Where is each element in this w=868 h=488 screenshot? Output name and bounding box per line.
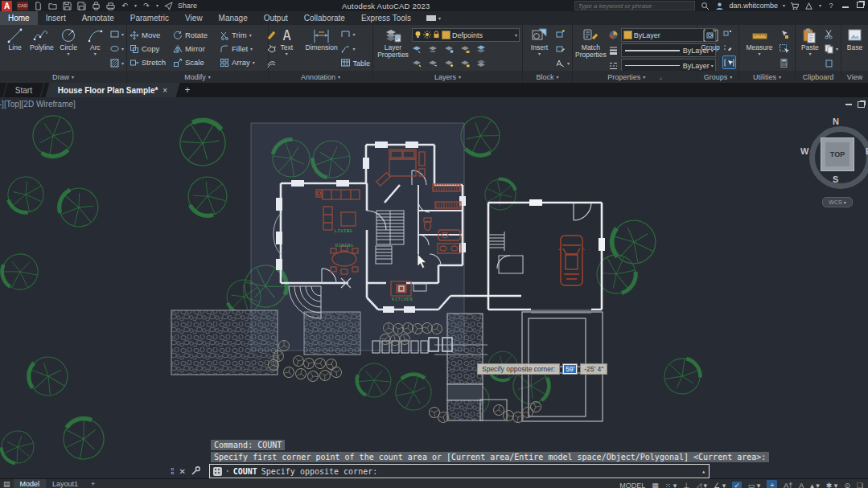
caret-down-icon[interactable]: ▾ xyxy=(249,33,252,38)
ribbon-tab-insert[interactable]: Insert xyxy=(38,11,74,25)
block-attributes-icon[interactable]: ▾ xyxy=(555,57,570,69)
ellipse-tool-icon[interactable]: ▾ xyxy=(109,43,124,55)
layout1-tab[interactable]: Layout1 xyxy=(46,479,84,488)
layer-dropdown-value[interactable]: Defpoints xyxy=(452,31,513,39)
caret-down-icon[interactable]: ▾ xyxy=(538,51,541,56)
dynamic-input-toggle-icon[interactable]: ＋ xyxy=(767,480,777,488)
undo-icon[interactable]: ↶ xyxy=(120,2,130,10)
save-icon[interactable] xyxy=(62,2,72,10)
new-file-icon[interactable] xyxy=(33,2,43,10)
cut-icon[interactable] xyxy=(824,28,838,40)
window-restore-button[interactable] xyxy=(855,2,865,10)
caret-down-icon[interactable]: ▾ xyxy=(250,47,253,51)
wcs-button[interactable]: WCS▾ xyxy=(822,197,853,207)
caret-down-icon[interactable]: ▾ xyxy=(758,51,760,56)
copy-button[interactable]: Copy xyxy=(130,42,173,55)
layer-make-current-icon[interactable] xyxy=(412,57,422,69)
dynamic-input-y-field[interactable]: -25' 4" xyxy=(580,363,607,375)
utilities-panel-label[interactable]: Utilities▾ xyxy=(739,71,796,83)
group-button[interactable]: Group xyxy=(700,27,721,71)
command-close-icon[interactable]: ✕ xyxy=(179,467,186,476)
search-input[interactable] xyxy=(574,1,695,10)
block-panel-label[interactable]: Block▾ xyxy=(523,71,573,83)
file-tab-document[interactable]: House Floor Plan Sample*× xyxy=(46,83,180,97)
caret-down-icon[interactable]: ▾ xyxy=(226,469,229,474)
array-button[interactable]: Array▾ xyxy=(220,55,265,69)
measure-button[interactable]: Measure▾ xyxy=(742,27,777,71)
layout-menu-icon[interactable]: ▤ xyxy=(0,479,14,488)
paste-options-icon[interactable] xyxy=(824,57,838,69)
dimension-button[interactable]: Dimension xyxy=(304,27,339,71)
quick-select-icon[interactable] xyxy=(779,28,789,40)
share-label[interactable]: Share xyxy=(178,2,197,10)
ribbon-tab-view[interactable]: View xyxy=(177,11,211,25)
group-edit-icon[interactable] xyxy=(722,42,736,54)
drawing-area[interactable]: [-][Top][2D Wireframe] xyxy=(0,97,868,478)
lineweight-toggle-icon[interactable]: ▭ ▾ xyxy=(748,482,761,488)
redo-icon[interactable]: ↷ xyxy=(142,2,151,10)
print-icon[interactable] xyxy=(105,2,115,10)
circle-button[interactable]: Circle▾ xyxy=(56,27,81,71)
ribbon-tab-annotate[interactable]: Annotate xyxy=(74,11,122,25)
draw-panel-label[interactable]: Draw▾ xyxy=(0,71,127,83)
count-selection-window[interactable] xyxy=(251,123,464,351)
quick-calculator-icon[interactable] xyxy=(779,57,789,69)
command-input-bar[interactable]: ▾ COUNT Specify opposite corner: ▴ xyxy=(209,464,710,478)
layer-freeze-tool-icon[interactable] xyxy=(444,43,455,55)
ungroup-icon[interactable] xyxy=(722,28,736,40)
layer-merge-icon[interactable] xyxy=(476,57,487,69)
ribbon-display-options-button[interactable]: ▾ xyxy=(419,11,447,25)
ribbon-tab-manage[interactable]: Manage xyxy=(211,11,256,25)
layer-lock-tool-icon[interactable] xyxy=(460,43,471,55)
add-layout-button[interactable]: + xyxy=(84,479,101,488)
copy-clip-icon[interactable]: ▾ xyxy=(824,43,838,55)
paste-button[interactable]: Paste▾ xyxy=(798,27,822,71)
layer-unlock-icon[interactable] xyxy=(460,57,471,69)
panel-launcher-icon[interactable]: ⌟ xyxy=(659,74,661,80)
caret-down-icon[interactable]: ▾ xyxy=(134,3,137,8)
clipboard-panel-label[interactable]: Clipboard xyxy=(796,71,841,83)
new-drawing-tab-button[interactable]: + xyxy=(178,83,196,97)
layer-match-icon[interactable] xyxy=(476,43,487,55)
workspace-gear-icon[interactable]: ✱ ▾ xyxy=(826,482,838,488)
caret-down-icon[interactable]: ▾ xyxy=(68,51,70,56)
file-tab-start[interactable]: Start xyxy=(2,83,44,97)
floor-plan-drawing[interactable]: LIVING DINING KITCHEN xyxy=(0,97,868,478)
layers-panel-label[interactable]: Layers▾ xyxy=(373,71,523,83)
polar-toggle-icon[interactable]: ◿ ▾ xyxy=(696,482,707,488)
viewcube[interactable]: N W S E TOP WCS▾ xyxy=(803,120,867,208)
viewcube-top-face[interactable]: TOP xyxy=(821,137,854,171)
caret-down-icon[interactable]: ▾ xyxy=(286,51,288,56)
viewcube-west[interactable]: W xyxy=(800,146,808,156)
ribbon-tab-output[interactable]: Output xyxy=(256,11,296,25)
signed-in-user[interactable]: dan.whitcombe xyxy=(729,2,778,10)
viewport-restore-icon[interactable] xyxy=(858,101,865,108)
isolate-objects-icon[interactable]: ⊙ xyxy=(844,482,850,488)
recent-commands-icon[interactable] xyxy=(213,467,222,476)
move-button[interactable]: Move xyxy=(130,28,173,42)
properties-panel-label[interactable]: Properties▾⌟ xyxy=(573,71,697,83)
base-view-button[interactable]: Base xyxy=(844,27,866,71)
insert-block-button[interactable]: Insert▾ xyxy=(525,27,553,71)
line-button[interactable]: Line xyxy=(2,27,27,71)
model-space-toggle[interactable]: MODEL xyxy=(619,482,645,488)
snap-toggle-icon[interactable]: ⁙ ▾ xyxy=(665,482,677,488)
caret-down-icon[interactable]: ▾ xyxy=(783,3,785,8)
close-tab-icon[interactable]: × xyxy=(163,86,168,95)
search-icon[interactable] xyxy=(700,2,710,10)
dynamic-input-x-field[interactable]: 59' xyxy=(562,363,578,375)
stretch-button[interactable]: Stretch xyxy=(130,55,173,69)
edit-block-icon[interactable] xyxy=(555,43,570,55)
command-drag-handle[interactable]: ⁞⁞ xyxy=(171,467,174,476)
rotate-button[interactable]: Rotate xyxy=(173,28,220,42)
group-selection-toggle[interactable] xyxy=(722,55,736,69)
open-file-icon[interactable] xyxy=(47,2,57,10)
layer-properties-button[interactable]: Layer Properties xyxy=(376,27,410,71)
ribbon-tab-collaborate[interactable]: Collaborate xyxy=(296,11,353,25)
car-symbol[interactable] xyxy=(558,236,585,285)
viewport-minimize-icon[interactable] xyxy=(845,104,852,105)
layer-on-bulb-icon[interactable] xyxy=(414,31,422,40)
layer-color-swatch[interactable] xyxy=(442,31,450,39)
polyline-button[interactable]: Polyline xyxy=(29,27,54,71)
caret-down-icon[interactable]: ▾ xyxy=(515,33,517,38)
